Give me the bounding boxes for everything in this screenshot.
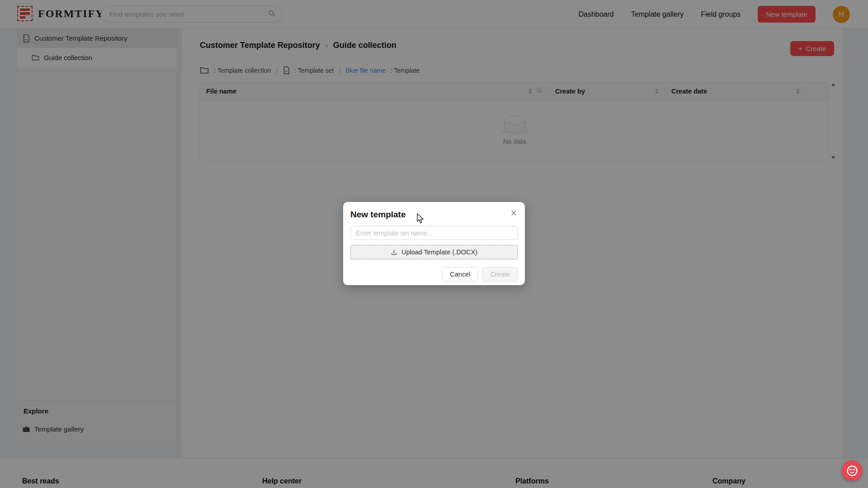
new-template-modal: New template ✕ Upload Template (.DOCX) C… bbox=[343, 202, 525, 285]
modal-create-button[interactable]: Create bbox=[482, 267, 518, 282]
cancel-button[interactable]: Cancel bbox=[442, 267, 478, 282]
close-icon[interactable]: ✕ bbox=[510, 209, 517, 217]
smiley-icon bbox=[846, 465, 859, 477]
upload-button-label: Upload Template (.DOCX) bbox=[401, 249, 477, 256]
feedback-chat-button[interactable] bbox=[842, 460, 862, 481]
upload-icon bbox=[391, 249, 397, 256]
modal-title: New template bbox=[350, 210, 518, 220]
upload-template-button[interactable]: Upload Template (.DOCX) bbox=[350, 245, 518, 259]
modal-footer: Cancel Create bbox=[350, 267, 518, 282]
template-set-name-input[interactable] bbox=[350, 226, 518, 240]
